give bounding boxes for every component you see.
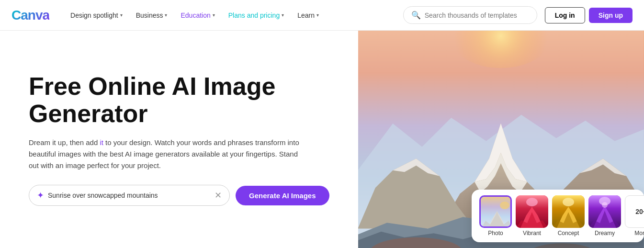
more-button[interactable]: 20+: [625, 195, 644, 228]
navbar: Canva Design spotlight ▾ Business ▾ Educ…: [0, 0, 644, 31]
nav-item-plans-pricing[interactable]: Plans and pricing ▾: [223, 8, 290, 23]
nav-item-design-spotlight[interactable]: Design spotlight ▾: [65, 8, 128, 23]
chevron-down-icon: ▾: [316, 12, 319, 18]
highlight-it: it: [100, 138, 103, 147]
svg-point-21: [526, 198, 538, 206]
style-thumb-concept[interactable]: [552, 195, 585, 228]
prompt-input[interactable]: [48, 192, 211, 199]
nav-items: Design spotlight ▾ Business ▾ Education …: [65, 8, 395, 23]
chevron-down-icon: ▾: [213, 12, 215, 18]
svg-point-30: [602, 202, 608, 208]
chevron-down-icon: ▾: [120, 12, 123, 18]
logo-text: Canva: [11, 8, 49, 23]
chevron-down-icon: ▾: [282, 12, 284, 18]
nav-item-education[interactable]: Education ▾: [175, 8, 220, 23]
hero-description: Dream it up, then add it to your design.…: [29, 137, 306, 171]
style-item-more[interactable]: 20+ More: [625, 195, 644, 237]
ai-sparkle-icon: ✦: [37, 190, 44, 201]
clear-button[interactable]: ✕: [215, 190, 222, 201]
prompt-input-wrap[interactable]: ✦ ✕: [29, 185, 230, 206]
search-bar[interactable]: 🔍: [403, 6, 537, 24]
search-row: ✦ ✕ Generate AI Images: [29, 185, 329, 206]
style-item-concept[interactable]: Concept: [552, 195, 585, 237]
style-item-dreamy[interactable]: Dreamy: [588, 195, 621, 237]
style-label-more: More: [634, 230, 644, 237]
hero-title: Free Online AI Image Generator: [29, 73, 329, 127]
search-input[interactable]: [425, 11, 529, 19]
svg-point-25: [563, 198, 574, 206]
main-content: Free Online AI Image Generator Dream it …: [0, 31, 644, 248]
style-item-photo[interactable]: Photo: [479, 195, 512, 237]
style-label-dreamy: Dreamy: [595, 230, 615, 237]
svg-point-17: [500, 202, 509, 209]
style-label-vibrant: Vibrant: [523, 230, 541, 237]
generate-button[interactable]: Generate AI Images: [236, 186, 329, 205]
nav-item-business[interactable]: Business ▾: [130, 8, 173, 23]
style-thumb-dreamy[interactable]: [588, 195, 621, 228]
style-label-concept: Concept: [558, 230, 579, 237]
style-item-vibrant[interactable]: Vibrant: [516, 195, 548, 237]
style-panel: Photo: [472, 190, 644, 242]
style-thumb-vibrant[interactable]: [516, 195, 548, 228]
login-button[interactable]: Log in: [545, 7, 585, 23]
nav-item-learn[interactable]: Learn ▾: [292, 8, 325, 23]
style-label-photo: Photo: [488, 230, 503, 237]
logo[interactable]: Canva: [11, 8, 49, 23]
search-icon: 🔍: [411, 11, 421, 20]
signup-button[interactable]: Sign up: [589, 8, 633, 23]
left-panel: Free Online AI Image Generator Dream it …: [0, 31, 358, 248]
style-thumb-photo[interactable]: [479, 195, 512, 228]
style-thumbnails: Photo: [479, 195, 636, 237]
right-panel: Photo: [358, 31, 644, 248]
chevron-down-icon: ▾: [165, 12, 167, 18]
